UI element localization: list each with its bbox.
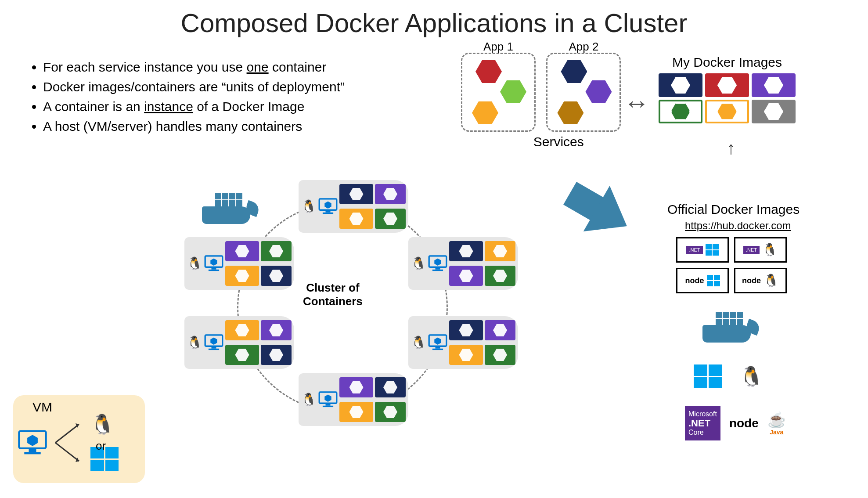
host-node: 🐧 <box>184 237 294 290</box>
linux-icon: 🐧 <box>764 274 779 287</box>
container-box <box>449 241 483 261</box>
image-tile <box>659 73 702 97</box>
linux-icon: 🐧 <box>739 367 764 386</box>
container-box <box>449 266 483 286</box>
svg-marker-19 <box>434 337 441 345</box>
container-box <box>261 241 292 261</box>
svg-line-28 <box>55 424 79 443</box>
bullet-item: A host (VM/server) handles many containe… <box>43 116 345 136</box>
bidirectional-arrow-icon: ↔ <box>623 88 650 118</box>
svg-marker-11 <box>434 258 441 266</box>
hex-icon <box>472 101 498 124</box>
app1-label: App 1 <box>462 40 534 54</box>
container-box <box>449 345 483 365</box>
monitor-icon <box>428 334 447 351</box>
docker-hub-link[interactable]: https://hub.docker.com <box>685 220 791 232</box>
svg-rect-1 <box>326 210 331 212</box>
app2-label: App 2 <box>547 40 619 54</box>
container-box <box>485 345 515 365</box>
platform-logos: 🐧 Microsoft.NETCore node ☕Java <box>685 307 786 440</box>
svg-rect-21 <box>326 404 331 405</box>
svg-rect-9 <box>436 267 440 269</box>
up-arrow-icon: ↑ <box>727 138 735 158</box>
container-box <box>261 320 292 340</box>
container-box <box>225 345 259 365</box>
container-box <box>485 241 515 261</box>
container-box <box>339 402 373 422</box>
bullet-list: For each service instance you use one co… <box>31 57 345 136</box>
monitor-icon <box>18 429 47 456</box>
vm-label: VM <box>32 400 140 415</box>
bullet-item: Docker images/containers are “units of d… <box>43 77 345 97</box>
svg-rect-5 <box>212 267 216 269</box>
linux-icon: 🐧 <box>762 244 778 256</box>
my-docker-images: My Docker Images <box>659 55 796 123</box>
monitor-icon <box>204 255 223 272</box>
windows-icon <box>707 275 720 286</box>
hex-icon <box>500 80 526 103</box>
linux-icon: 🐧 <box>90 415 119 434</box>
container-box <box>375 377 406 397</box>
host-node: 🐧 <box>299 373 408 426</box>
svg-marker-27 <box>27 435 38 446</box>
docker-whale-icon <box>702 307 764 347</box>
windows-icon <box>706 244 719 256</box>
java-icon: ☕Java <box>767 411 786 436</box>
svg-rect-25 <box>29 449 36 452</box>
hex-icon <box>585 80 612 103</box>
image-tile <box>659 100 702 123</box>
monitor-icon <box>428 255 447 272</box>
official-images-title: Official Docker Images <box>667 202 800 217</box>
monitor-icon <box>318 391 338 408</box>
host-node: 🐧 <box>408 237 518 290</box>
container-box <box>339 209 373 229</box>
host-node: 🐧 <box>299 180 408 233</box>
svg-marker-15 <box>210 337 217 345</box>
container-box <box>375 402 406 422</box>
svg-marker-23 <box>324 394 331 402</box>
svg-rect-18 <box>432 349 443 350</box>
linux-icon: 🐧 <box>411 336 426 349</box>
services-caption: Services <box>487 134 630 149</box>
bullet-item: For each service instance you use one co… <box>43 57 345 77</box>
dotnet-core-icon: Microsoft.NETCore <box>685 406 720 440</box>
linux-icon: 🐧 <box>411 257 426 270</box>
linux-icon: 🐧 <box>187 257 202 270</box>
hex-icon <box>475 60 502 83</box>
container-box <box>225 320 259 340</box>
image-tile <box>752 100 796 123</box>
cluster-label: Cluster of Containers <box>303 281 363 308</box>
image-tile <box>752 73 796 97</box>
official-tile-net-linux: .NET🐧 <box>734 237 787 263</box>
linux-icon: 🐧 <box>301 393 317 406</box>
vm-legend: VM 🐧 or <box>13 395 145 483</box>
container-box <box>375 184 406 204</box>
official-tile-node-windows: node <box>676 268 729 293</box>
host-node: 🐧 <box>408 316 518 369</box>
branch-arrow-icon <box>54 416 84 469</box>
container-box <box>449 320 483 340</box>
bullet-item: A container is an instance of a Docker I… <box>43 97 345 116</box>
container-box <box>375 209 406 229</box>
deploy-arrow-icon <box>543 160 642 253</box>
image-tile <box>705 100 749 123</box>
my-images-title: My Docker Images <box>659 55 796 70</box>
official-tile-net-windows: .NET <box>676 237 729 263</box>
container-box <box>485 266 515 286</box>
monitor-icon <box>204 334 223 351</box>
container-box <box>225 266 259 286</box>
hex-icon <box>561 60 587 83</box>
or-label: or <box>96 439 106 453</box>
container-box <box>339 184 373 204</box>
app1-box: App 1 <box>461 53 536 132</box>
svg-rect-6 <box>209 270 219 271</box>
svg-rect-10 <box>432 270 443 271</box>
svg-line-30 <box>55 443 79 461</box>
app2-box: App 2 <box>546 53 621 132</box>
services-group: App 1 App 2 Services <box>461 53 630 149</box>
container-box <box>225 241 259 261</box>
hex-icon <box>557 101 583 124</box>
container-box <box>261 345 292 365</box>
cluster-diagram: Cluster of Containers 🐧🐧🐧🐧🐧🐧 <box>171 184 514 466</box>
svg-rect-13 <box>212 346 216 348</box>
